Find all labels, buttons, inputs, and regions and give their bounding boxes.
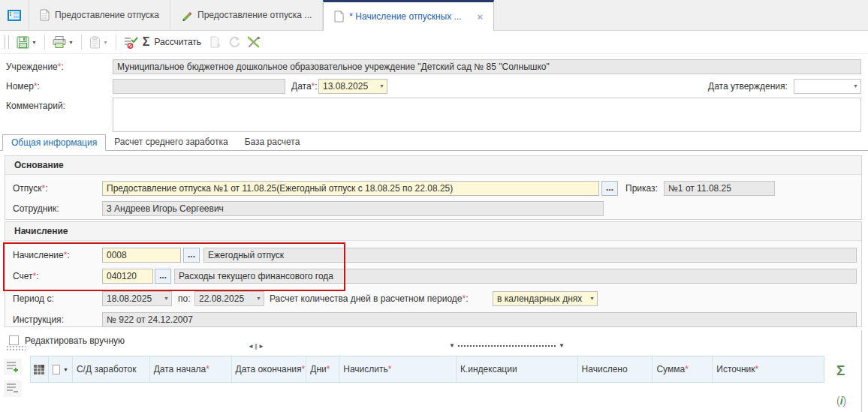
dropdown-arrow-icon[interactable]: ▼ xyxy=(589,292,595,305)
refresh-icon xyxy=(228,36,241,48)
tab-vacation-grant[interactable]: Предоставление отпуска xyxy=(29,0,170,30)
window-list-icon xyxy=(8,10,21,21)
toolbar-grip[interactable] xyxy=(5,35,9,49)
table-grid-icon xyxy=(34,365,44,374)
day-calc-combobox[interactable]: в календарных днях▼ xyxy=(493,291,598,306)
column-header[interactable]: К.индексации xyxy=(457,356,578,382)
vacation-field[interactable]: Предоставление отпуска №1 от 11.08.25(Еж… xyxy=(102,181,599,196)
manual-edit-label: Редактировать вручную xyxy=(25,333,125,348)
vacation-picker-button[interactable]: ... xyxy=(601,181,618,196)
institution-field: Муниципальное бюджетное дошкольное образ… xyxy=(113,59,861,74)
horizontal-splitter-handle[interactable]: ◄∥► xyxy=(248,343,265,350)
column-header[interactable]: Начислить* xyxy=(339,356,457,382)
date-combobox[interactable]: 13.08.2025▼ xyxy=(318,79,387,94)
select-all-checkbox[interactable] xyxy=(53,365,60,374)
dropdown-arrow-icon[interactable]: ▼ xyxy=(63,367,68,372)
approval-date-combobox[interactable]: ▼ xyxy=(794,79,861,94)
account-picker-button[interactable]: ... xyxy=(155,269,171,284)
employee-label: Сотрудник: xyxy=(13,201,59,216)
accrual-code-field[interactable]: 0008 xyxy=(102,248,181,263)
column-header[interactable]: Дата начала* xyxy=(150,356,232,382)
column-header[interactable]: Источник* xyxy=(713,356,824,382)
order-field: №1 от 11.08.25 xyxy=(664,181,775,196)
period-from-combobox[interactable]: 18.08.2025▼ xyxy=(102,291,172,306)
grid-select-all-cell[interactable]: ▼ xyxy=(49,356,73,382)
tab-label: Предоставление отпуска xyxy=(55,10,159,20)
day-calc-label: Расчет количества дней в расчетном перио… xyxy=(270,291,469,306)
calculate-label: Рассчитать xyxy=(154,37,204,47)
manual-edit-checkbox[interactable] xyxy=(9,335,19,345)
comment-textarea[interactable] xyxy=(113,98,861,132)
calculate-button[interactable]: Рассчитать xyxy=(151,35,207,50)
page-tab-strip: Общая информация Расчет среднего заработ… xyxy=(2,134,308,151)
column-header[interactable]: Сумма* xyxy=(653,356,713,382)
application-window: Предоставление отпуска Предоставление от… xyxy=(0,0,868,412)
pencil-icon xyxy=(181,10,192,21)
tools-icon xyxy=(247,36,261,48)
account-label: Счет*: xyxy=(13,269,39,284)
save-icon xyxy=(17,36,29,49)
period-to-label: по: xyxy=(178,291,191,306)
approval-date-label: Дата утверждения: xyxy=(708,79,788,94)
refresh-button[interactable] xyxy=(225,34,244,50)
accrual-code-label: Начисление*: xyxy=(13,248,70,263)
tab-general-info[interactable]: Общая информация xyxy=(2,134,106,151)
paste-button[interactable]: ▼ xyxy=(86,34,111,51)
totals-sigma-button[interactable]: Σ xyxy=(836,362,845,379)
accrual-code-picker-button[interactable]: ... xyxy=(183,248,200,263)
chevron-down-icon[interactable]: ▼ xyxy=(449,342,455,349)
institution-label: Учреждение*: xyxy=(6,59,64,74)
copy-document-button[interactable] xyxy=(207,34,225,51)
number-field xyxy=(113,79,285,94)
tab-vacation-accrual-active[interactable]: * Начисление отпускных ... × xyxy=(323,0,494,31)
basis-group-title: Основание xyxy=(5,156,861,175)
column-header[interactable]: Начислено xyxy=(578,356,653,382)
instruction-field: № 922 от 24.12.2007 xyxy=(102,312,857,327)
account-name-field: Расходы текущего финансового года xyxy=(174,269,857,284)
comment-label: Комментарий: xyxy=(6,98,65,113)
period-from-label: Период с: xyxy=(13,291,54,306)
date-label: Дата*: xyxy=(291,79,318,94)
print-button[interactable]: ▼ xyxy=(50,34,77,50)
add-row-button[interactable] xyxy=(4,359,22,375)
tab-label: * Начисление отпускных ... xyxy=(349,11,461,22)
dropdown-arrow-icon[interactable]: ▼ xyxy=(379,80,384,93)
tab-average-earnings[interactable]: Расчет среднего заработка xyxy=(106,134,237,151)
posting-control-button[interactable] xyxy=(121,34,141,51)
right-panel-divider xyxy=(861,330,862,412)
order-label: Приказ: xyxy=(625,181,658,196)
column-header[interactable]: Дни* xyxy=(306,356,339,382)
accrual-name-field: Ежегодный отпуск xyxy=(203,248,857,263)
drag-dots-handle[interactable] xyxy=(6,345,26,351)
grid-settings-cell[interactable] xyxy=(31,356,49,382)
collapsible-splitter-handle[interactable]: ▼ ▼ xyxy=(449,342,565,349)
vacation-label: Отпуск*: xyxy=(13,181,47,196)
chevron-down-icon[interactable]: ▼ xyxy=(559,342,565,349)
accrual-groupbox: Начисление Начисление*: 0008 ... Ежегодн… xyxy=(5,221,862,327)
tab-vacation-grant-edit[interactable]: Предоставление отпуска ... xyxy=(170,0,323,30)
toolbar: ▼ ▼ ▼ Σ Рассчитать xyxy=(0,31,868,54)
tab-calc-base[interactable]: База расчета xyxy=(237,134,309,151)
save-button[interactable]: ▼ xyxy=(14,34,40,51)
dropdown-arrow-icon[interactable]: ▼ xyxy=(853,80,858,93)
dropdown-arrow-icon[interactable]: ▼ xyxy=(164,292,169,305)
document-icon xyxy=(334,11,344,23)
checklist-icon xyxy=(124,36,138,49)
document-arrow-icon xyxy=(210,36,222,49)
dropdown-arrow-icon[interactable]: ▼ xyxy=(32,40,37,45)
info-button[interactable]: (i) xyxy=(836,395,846,407)
dropdown-arrow-icon[interactable]: ▼ xyxy=(256,292,261,305)
close-icon[interactable]: × xyxy=(477,11,483,23)
column-header[interactable]: С/Д заработок xyxy=(73,356,150,382)
account-field[interactable]: 040120 xyxy=(102,269,153,284)
tab-label: Предоставление отпуска ... xyxy=(197,10,312,20)
tools-button[interactable] xyxy=(244,34,264,50)
dropdown-arrow-icon[interactable]: ▼ xyxy=(68,40,74,45)
tab-home[interactable] xyxy=(0,0,29,30)
dropdown-arrow-icon[interactable]: ▼ xyxy=(103,40,108,45)
column-header[interactable]: Дата окончания* xyxy=(232,356,307,382)
printer-icon xyxy=(53,36,66,48)
period-to-combobox[interactable]: 22.08.2025▼ xyxy=(194,291,264,306)
instruction-label: Инструкция: xyxy=(13,312,64,327)
delete-row-button[interactable] xyxy=(4,380,22,397)
